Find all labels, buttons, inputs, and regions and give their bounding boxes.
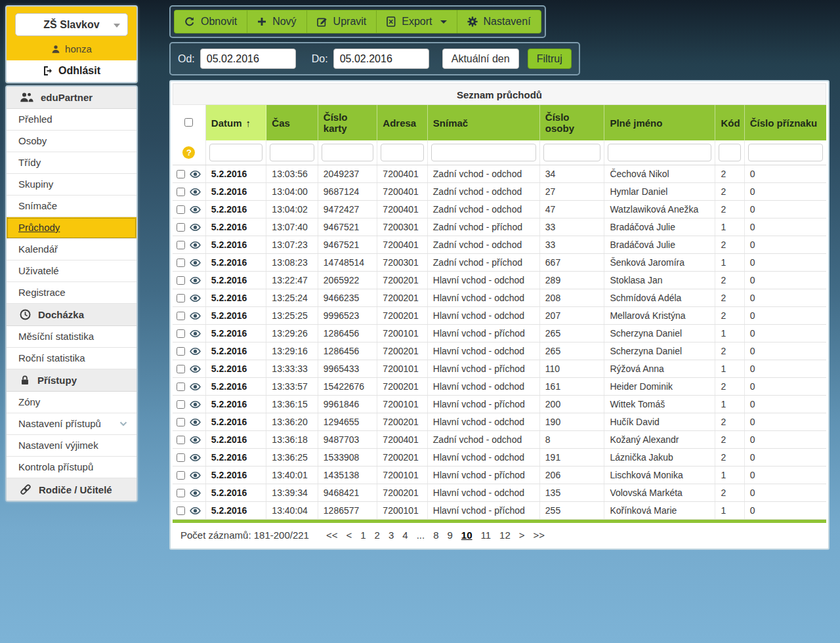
date-from-input[interactable]	[200, 49, 296, 69]
row-checkbox[interactable]	[177, 418, 185, 426]
row-checkbox[interactable]	[177, 276, 185, 285]
sidebar-item[interactable]: Přehled	[7, 109, 136, 131]
sidebar-item[interactable]: Registrace	[7, 282, 136, 304]
column-filter-input[interactable]	[270, 144, 314, 161]
select-all-checkbox[interactable]	[184, 118, 193, 127]
eye-icon[interactable]	[190, 259, 201, 267]
page-link[interactable]: <	[346, 529, 352, 541]
column-filter-input[interactable]	[322, 144, 374, 161]
row-checkbox[interactable]	[177, 453, 185, 462]
column-filter-input[interactable]	[748, 144, 823, 161]
row-checkbox[interactable]	[177, 223, 185, 232]
eye-icon[interactable]	[190, 418, 201, 426]
date-to-input[interactable]	[333, 49, 429, 69]
column-header[interactable]: Číslo karty	[318, 105, 377, 140]
toolbar-button[interactable]: Export	[376, 10, 456, 33]
eye-icon[interactable]	[190, 347, 201, 356]
column-filter-input[interactable]	[719, 144, 740, 161]
row-checkbox[interactable]	[177, 188, 185, 196]
page-link[interactable]: >>	[534, 529, 545, 541]
column-header[interactable]: Čas	[266, 105, 318, 140]
page-link[interactable]: 2	[375, 529, 380, 541]
sidebar-section-header: Přístupy	[7, 369, 136, 392]
sidebar-item[interactable]: Roční statistika	[7, 348, 136, 369]
eye-icon[interactable]	[190, 471, 201, 480]
page-link[interactable]: <<	[326, 529, 338, 541]
page-link[interactable]: >	[519, 529, 525, 541]
filter-button[interactable]: Filtruj	[528, 49, 572, 69]
column-header[interactable]: Číslo osoby	[539, 105, 604, 140]
sidebar-item[interactable]: Průchody	[7, 217, 136, 239]
sidebar-item[interactable]: Skupiny	[7, 174, 136, 196]
sidebar-item[interactable]: Nastavení přístupů	[7, 413, 136, 435]
eye-icon[interactable]	[190, 312, 201, 320]
column-header[interactable]: Číslo příznaku	[744, 105, 826, 140]
row-checkbox[interactable]	[177, 383, 185, 391]
page-link[interactable]: 11	[481, 529, 492, 541]
column-filter-input[interactable]	[209, 144, 263, 161]
page-link[interactable]: 10	[461, 529, 472, 541]
row-checkbox[interactable]	[177, 347, 185, 356]
eye-icon[interactable]	[190, 329, 201, 338]
eye-icon[interactable]	[190, 205, 201, 214]
row-checkbox[interactable]	[177, 507, 185, 515]
sidebar-item[interactable]: Třídy	[7, 152, 136, 174]
page-link[interactable]: 8	[433, 529, 438, 541]
column-header[interactable]: Kód	[715, 105, 744, 140]
column-filter-input[interactable]	[431, 144, 536, 161]
page-link[interactable]: 1	[360, 529, 366, 541]
eye-icon[interactable]	[190, 400, 201, 409]
logout-button[interactable]: Odhlásit	[7, 60, 136, 82]
row-checkbox[interactable]	[177, 241, 185, 249]
column-filter-input[interactable]	[608, 144, 711, 161]
column-header[interactable]: Datum↑	[205, 105, 266, 140]
row-checkbox[interactable]	[177, 294, 185, 302]
school-select[interactable]: ZŠ Slavkov	[15, 13, 128, 36]
eye-icon[interactable]	[190, 489, 201, 497]
eye-icon[interactable]	[190, 276, 201, 285]
row-checkbox[interactable]	[177, 489, 185, 497]
row-checkbox[interactable]	[177, 205, 185, 214]
row-checkbox[interactable]	[177, 170, 185, 178]
toolbar-button[interactable]: Nový	[247, 10, 306, 33]
eye-icon[interactable]	[190, 241, 201, 249]
sidebar-item[interactable]: Snímače	[7, 196, 136, 217]
page-link[interactable]: 3	[388, 529, 394, 541]
eye-icon[interactable]	[190, 170, 201, 178]
row-checkbox[interactable]	[177, 436, 185, 444]
row-checkbox[interactable]	[177, 365, 185, 373]
eye-icon[interactable]	[190, 383, 201, 391]
row-checkbox[interactable]	[177, 471, 185, 480]
sidebar-item[interactable]: Nastavení výjimek	[7, 435, 136, 457]
page-link[interactable]: 12	[499, 529, 511, 541]
row-checkbox[interactable]	[177, 312, 185, 320]
sidebar-item[interactable]: Kalendář	[7, 239, 136, 260]
eye-icon[interactable]	[190, 223, 201, 232]
page-link[interactable]: 9	[448, 529, 453, 541]
row-checkbox[interactable]	[177, 400, 185, 409]
page-link[interactable]: 4	[402, 529, 408, 541]
eye-icon[interactable]	[190, 188, 201, 196]
sidebar-item[interactable]: Kontrola přístupů	[7, 457, 136, 478]
column-filter-input[interactable]	[543, 144, 601, 161]
toolbar-button[interactable]: Nastavení	[457, 10, 541, 33]
column-filter-input[interactable]	[381, 144, 423, 161]
column-header[interactable]: Adresa	[377, 105, 427, 140]
toolbar-button[interactable]: Obnovit	[174, 10, 247, 33]
toolbar-button[interactable]: Upravit	[306, 10, 377, 33]
eye-icon[interactable]	[190, 294, 201, 302]
question-icon[interactable]: ?	[182, 146, 195, 159]
eye-icon[interactable]	[190, 365, 201, 373]
eye-icon[interactable]	[190, 507, 201, 515]
column-header[interactable]: Plné jméno	[604, 105, 715, 140]
sidebar-item[interactable]: Zóny	[7, 392, 136, 413]
sidebar-item[interactable]: Měsíční statistika	[7, 326, 136, 348]
sidebar-item[interactable]: Uživatelé	[7, 260, 136, 282]
current-day-button[interactable]: Aktuální den	[442, 49, 519, 69]
row-checkbox[interactable]	[177, 329, 185, 338]
eye-icon[interactable]	[190, 436, 201, 444]
row-checkbox[interactable]	[177, 259, 185, 267]
eye-icon[interactable]	[190, 453, 201, 462]
sidebar-item[interactable]: Osoby	[7, 131, 136, 152]
column-header[interactable]: Snímač	[427, 105, 539, 140]
